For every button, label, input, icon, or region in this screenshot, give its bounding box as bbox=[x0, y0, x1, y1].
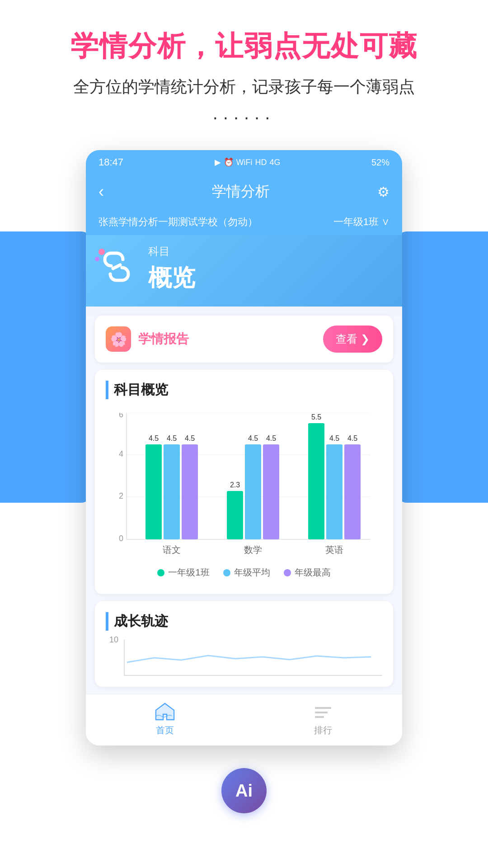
top-nav: ‹ 学情分析 ⚙ bbox=[86, 175, 402, 209]
rank-icon bbox=[312, 702, 334, 722]
legend-item-class: 一年级1班 bbox=[157, 566, 209, 579]
svg-rect-23 bbox=[308, 423, 324, 539]
school-bar: 张燕学情分析一期测试学校（勿动） 一年级1班 ∨ bbox=[86, 209, 402, 235]
svg-text:4.5: 4.5 bbox=[266, 434, 276, 442]
legend-label-avg: 年级平均 bbox=[234, 566, 270, 579]
status-icons: ▶ ⏰ WiFi HD 4G bbox=[215, 157, 281, 167]
dot-purple bbox=[95, 257, 99, 261]
svg-rect-20 bbox=[263, 444, 279, 539]
svg-rect-31 bbox=[315, 712, 328, 713]
subject-text: 科目 概览 bbox=[148, 244, 389, 294]
svg-text:4.5: 4.5 bbox=[347, 434, 357, 442]
phone-wrapper: 18:47 ▶ ⏰ WiFi HD 4G 52% ‹ 学情分析 ⚙ 张燕学情分析… bbox=[0, 141, 488, 755]
growth-section-title: 成长轨迹 bbox=[106, 612, 382, 631]
view-report-button[interactable]: 查看 ❯ bbox=[323, 326, 382, 353]
class-selector[interactable]: 一年级1班 ∨ bbox=[333, 215, 389, 229]
svg-text:6: 6 bbox=[119, 413, 123, 419]
subject-title: 概览 bbox=[148, 262, 389, 294]
signal-icon: 4G bbox=[270, 158, 281, 167]
svg-rect-16 bbox=[227, 491, 243, 539]
nav-title: 学情分析 bbox=[212, 182, 270, 202]
svg-text:5.5: 5.5 bbox=[311, 413, 321, 421]
svg-text:2.3: 2.3 bbox=[230, 481, 240, 489]
bar-chart: 0 2 4 6 4.5 4.5 4.5 语文 bbox=[106, 413, 382, 557]
svg-rect-25 bbox=[326, 444, 343, 539]
svg-text:4.5: 4.5 bbox=[185, 434, 195, 442]
svg-text:4.5: 4.5 bbox=[167, 434, 177, 442]
phone-screen: 18:47 ▶ ⏰ WiFi HD 4G 52% ‹ 学情分析 ⚙ 张燕学情分析… bbox=[86, 150, 402, 745]
ai-button-label: Ai bbox=[235, 781, 253, 801]
report-text: 学情报告 bbox=[138, 330, 189, 348]
blue-bg-right bbox=[398, 231, 488, 503]
bottom-nav: 首页 排行 bbox=[86, 694, 402, 745]
chart-section: 科目概览 0 2 4 6 bbox=[95, 370, 393, 594]
svg-rect-27 bbox=[344, 444, 361, 539]
hd-icon: HD bbox=[255, 158, 267, 167]
legend-dot-blue bbox=[223, 569, 230, 576]
chart-legend: 一年级1班 年级平均 年级最高 bbox=[106, 566, 382, 579]
svg-text:0: 0 bbox=[119, 534, 123, 543]
svg-text:4.5: 4.5 bbox=[149, 434, 159, 442]
subject-icon-area bbox=[99, 249, 139, 289]
network-icon: ▶ bbox=[215, 157, 221, 167]
svg-rect-11 bbox=[164, 444, 180, 539]
subject-card: 科目 概览 bbox=[86, 235, 402, 307]
settings-icon[interactable]: ⚙ bbox=[377, 184, 389, 200]
blue-bg-left bbox=[0, 231, 90, 503]
ai-button[interactable]: Ai bbox=[221, 768, 267, 813]
nav-label-rank: 排行 bbox=[314, 724, 332, 736]
promo-area: 学情分析，让弱点无处可藏 全方位的学情统计分析，记录孩子每一个薄弱点 ·····… bbox=[0, 0, 488, 141]
nav-label-home: 首页 bbox=[156, 724, 174, 736]
legend-label-class: 一年级1班 bbox=[168, 566, 209, 579]
report-icon: 🌸 bbox=[106, 326, 131, 352]
growth-y-label: 10 bbox=[109, 635, 118, 645]
status-bar: 18:47 ▶ ⏰ WiFi HD 4G 52% bbox=[86, 150, 402, 175]
home-icon bbox=[154, 702, 176, 722]
subject-logo-icon bbox=[99, 249, 135, 285]
report-card: 🌸 学情报告 查看 ❯ bbox=[95, 316, 393, 363]
legend-dot-purple bbox=[284, 569, 291, 576]
school-name: 张燕学情分析一期测试学校（勿动） bbox=[99, 215, 258, 229]
svg-text:2: 2 bbox=[119, 491, 123, 500]
svg-rect-32 bbox=[315, 716, 324, 718]
nav-item-rank[interactable]: 排行 bbox=[312, 702, 334, 736]
alarm-icon: ⏰ bbox=[224, 157, 234, 167]
back-button[interactable]: ‹ bbox=[99, 182, 104, 201]
ai-button-area: Ai bbox=[0, 755, 488, 831]
svg-text:英语: 英语 bbox=[325, 545, 343, 555]
chart-section-title: 科目概览 bbox=[106, 381, 382, 399]
legend-label-top: 年级最高 bbox=[295, 566, 331, 579]
growth-section: 成长轨迹 10 bbox=[95, 601, 393, 687]
subject-label: 科目 bbox=[148, 244, 389, 259]
growth-chart-stub bbox=[125, 640, 382, 671]
svg-text:数学: 数学 bbox=[244, 545, 262, 555]
svg-text:4: 4 bbox=[119, 449, 123, 458]
content-area: 🌸 学情报告 查看 ❯ 科目概览 bbox=[86, 316, 402, 745]
legend-dot-green bbox=[157, 569, 164, 576]
svg-rect-30 bbox=[315, 707, 331, 709]
chart-container: 0 2 4 6 4.5 4.5 4.5 语文 bbox=[106, 408, 382, 583]
status-battery: 52% bbox=[371, 157, 389, 168]
promo-subtitle: 全方位的学情统计分析，记录孩子每一个薄弱点 bbox=[18, 76, 470, 98]
svg-text:语文: 语文 bbox=[163, 545, 181, 555]
dot-pink bbox=[99, 249, 105, 255]
status-time: 18:47 bbox=[99, 156, 123, 168]
svg-text:4.5: 4.5 bbox=[248, 434, 258, 442]
svg-rect-18 bbox=[245, 444, 261, 539]
promo-dots: ······ bbox=[18, 107, 470, 127]
svg-rect-13 bbox=[182, 444, 198, 539]
svg-rect-9 bbox=[145, 444, 162, 539]
promo-title: 学情分析，让弱点无处可藏 bbox=[18, 27, 470, 65]
legend-item-top: 年级最高 bbox=[284, 566, 331, 579]
nav-item-home[interactable]: 首页 bbox=[154, 702, 176, 736]
wifi-icon: WiFi bbox=[236, 158, 253, 167]
svg-text:4.5: 4.5 bbox=[329, 434, 339, 442]
legend-item-avg: 年级平均 bbox=[223, 566, 270, 579]
report-left: 🌸 学情报告 bbox=[106, 326, 189, 352]
